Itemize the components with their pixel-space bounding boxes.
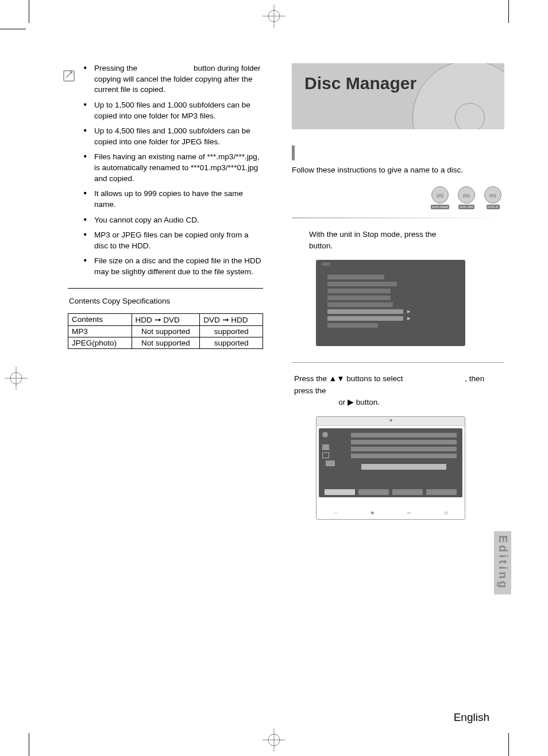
table-header-row: Contents HDD ➞ DVD DVD ➞ HDD <box>68 313 263 325</box>
section-tab-label: Editing <box>496 535 510 590</box>
trim-line <box>29 733 29 756</box>
section-tab: Editing <box>494 531 511 594</box>
note-icon <box>62 69 76 85</box>
trim-line <box>508 733 509 756</box>
note-item: Up to 1,500 files and 1,000 subfolders c… <box>94 100 263 121</box>
banner-title: Disc Manager <box>304 74 416 93</box>
crop-mark-left <box>5 367 28 390</box>
notes-list: Pressing the STOP button during folder c… <box>68 63 263 278</box>
banner: Disc Manager <box>292 63 504 129</box>
heading-bar-icon <box>292 145 295 160</box>
divider <box>68 288 263 289</box>
section-intro: Follow these instructions to give a name… <box>292 165 504 176</box>
step-2: Press the ▲▼ buttons to select Disc Mana… <box>292 373 504 520</box>
th-dvd-hdd: DVD ➞ HDD <box>200 313 263 325</box>
note-item: File size on a disc and the copied file … <box>94 256 263 277</box>
crop-mark-top <box>263 5 285 28</box>
gradient-divider <box>292 217 504 218</box>
disc-type-dvdrw: DVD-RW <box>455 186 478 212</box>
ui-mock-disc-manager: ◆ ○ <box>316 416 465 520</box>
disc-type-dvdram: DVD-RAM <box>429 186 451 212</box>
note-item: Pressing the STOP button during folder c… <box>94 63 263 95</box>
step-divider <box>292 362 504 363</box>
th-contents: Contents <box>68 313 132 325</box>
table-row: JPEG(photo) Not supported supported <box>68 337 263 348</box>
note-item: MP3 or JPEG files can be copied only fro… <box>94 230 263 251</box>
spec-table: Contents HDD ➞ DVD DVD ➞ HDD MP3 Not sup… <box>68 313 263 349</box>
step-1: With the unit in Stop mode, press the ME… <box>292 229 504 347</box>
table-row: MP3 Not supported supported <box>68 325 263 337</box>
trim-line <box>29 0 29 23</box>
ui-mock-menu: HDD ▶ ▶ <box>316 260 465 346</box>
note-item: Files having an existing name of ***.mp3… <box>94 152 263 184</box>
th-hdd-dvd: HDD ➞ DVD <box>132 313 200 325</box>
footer-language: English <box>454 711 489 723</box>
page-footer: English <box>454 711 489 724</box>
spec-title: Contents Copy Specifications <box>69 297 263 305</box>
svg-rect-9 <box>64 71 74 81</box>
section-heading: Disc Name <box>292 145 504 160</box>
trim-line <box>508 0 509 23</box>
note-item: It allows up to 999 copies to have the s… <box>94 189 263 210</box>
crop-mark-bottom <box>263 728 285 751</box>
trim-line <box>0 29 26 29</box>
disc-types: DVD-RAM DVD-RW DVD-R <box>292 186 504 212</box>
disc-graphic <box>412 63 504 129</box>
disc-type-dvdr: DVD-R <box>481 186 504 212</box>
note-item: Up to 4,500 files and 1,000 subfolders c… <box>94 126 263 147</box>
note-item: You cannot copy an Audio CD. <box>94 215 263 226</box>
